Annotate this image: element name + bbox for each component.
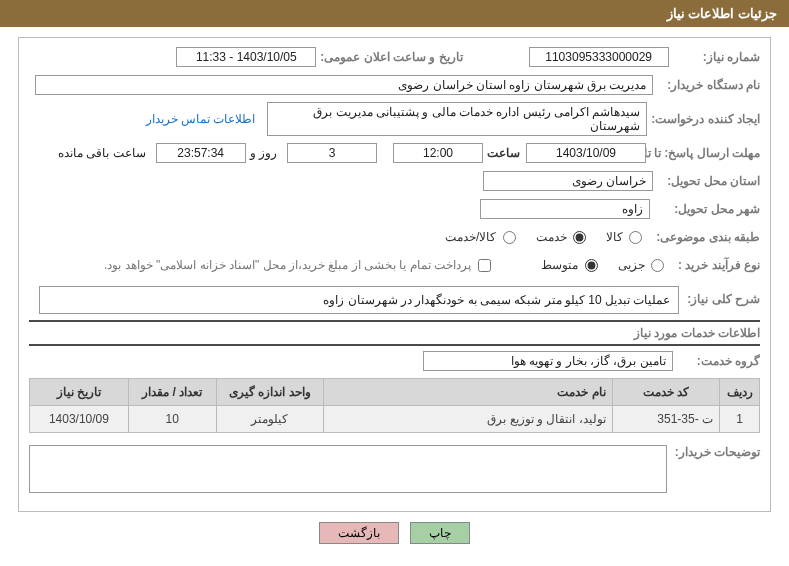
buyer-notes-label: توضیحات خریدار: — [675, 445, 760, 459]
radio-khedmat[interactable]: خدمت — [536, 230, 586, 244]
deliv-city-value: زاوه — [480, 199, 650, 219]
days-and-text: روز و — [250, 146, 277, 160]
td-name: تولید، انتقال و توزیع برق — [323, 406, 612, 433]
td-unit: کیلومتر — [216, 406, 323, 433]
announce-dt-value: 1403/10/05 - 11:33 — [176, 47, 316, 67]
th-unit: واحد اندازه گیری — [216, 379, 323, 406]
payment-note-wrap: پرداخت تمام یا بخشی از مبلغ خرید،از محل … — [104, 258, 491, 272]
row-deadline: مهلت ارسال پاسخ: تا تاریخ: 1403/10/09 سا… — [29, 142, 760, 164]
td-date: 1403/10/09 — [30, 406, 129, 433]
button-row: چاپ بازگشت — [18, 522, 771, 544]
row-requester: ایجاد کننده درخواست: سیدهاشم اکرامی رئیس… — [29, 102, 760, 136]
row-deliv-city: شهر محل تحویل: زاوه — [29, 198, 760, 220]
radio-kala-input[interactable] — [629, 231, 642, 244]
table-row: 1 ت -35-351 تولید، انتقال و توزیع برق کی… — [30, 406, 760, 433]
deliv-city-label: شهر محل تحویل: — [674, 202, 760, 216]
row-deliv-prov: استان محل تحویل: خراسان رضوی — [29, 170, 760, 192]
time-word: ساعت — [487, 146, 520, 160]
radio-jozi-input[interactable] — [651, 259, 664, 272]
row-buyer-org: نام دستگاه خریدار: مدیریت برق شهرستان زا… — [29, 74, 760, 96]
services-section-title: اطلاعات خدمات مورد نیاز — [29, 326, 760, 340]
td-qty: 10 — [128, 406, 216, 433]
back-button[interactable]: بازگشت — [319, 522, 399, 544]
requester-label: ایجاد کننده درخواست: — [651, 112, 760, 126]
radio-jozi[interactable]: جزیی — [618, 258, 664, 272]
desc-text: عملیات تبدیل 10 کیلو متر شبکه سیمی به خو… — [323, 293, 670, 307]
row-need-number: شماره نیاز: 1103095333000029 تاریخ و ساع… — [29, 46, 760, 68]
time-remaining-value: 23:57:34 — [156, 143, 246, 163]
requester-value: سیدهاشم اکرامی رئیس اداره خدمات مالی و پ… — [267, 102, 647, 136]
service-group-label: گروه خدمت: — [697, 354, 760, 368]
days-remaining-value: 3 — [287, 143, 377, 163]
td-row: 1 — [720, 406, 760, 433]
radio-khedmat-input[interactable] — [573, 231, 586, 244]
radio-kalakhedmat[interactable]: کالا/خدمت — [445, 230, 516, 244]
radio-kala[interactable]: کالا — [606, 230, 642, 244]
buyer-contact-link[interactable]: اطلاعات تماس خریدار — [146, 112, 256, 126]
payment-checkbox[interactable] — [478, 259, 491, 272]
divider-1 — [29, 320, 760, 322]
classification-label: طبقه بندی موضوعی: — [656, 230, 760, 244]
th-row: ردیف — [720, 379, 760, 406]
need-no-label: شماره نیاز: — [703, 50, 760, 64]
row-buyer-notes: توضیحات خریدار: — [29, 441, 760, 493]
row-service-group: گروه خدمت: تامین برق، گاز، بخار و تهویه … — [29, 350, 760, 372]
page-title-bar: جزئیات اطلاعات نیاز — [0, 0, 789, 27]
desc-label: شرح کلی نیاز: — [687, 292, 760, 306]
page-title: جزئیات اطلاعات نیاز — [667, 6, 777, 21]
divider-2 — [29, 344, 760, 346]
deadline-label: مهلت ارسال پاسخ: تا تاریخ: — [650, 146, 760, 160]
desc-box: عملیات تبدیل 10 کیلو متر شبکه سیمی به خو… — [39, 286, 679, 314]
service-group-value: تامین برق، گاز، بخار و تهویه هوا — [423, 351, 673, 371]
row-description: شرح کلی نیاز: عملیات تبدیل 10 کیلو متر ش… — [29, 286, 760, 314]
need-no-value: 1103095333000029 — [529, 47, 669, 67]
announce-dt-label: تاریخ و ساعت اعلان عمومی: — [320, 50, 462, 64]
proc-type-label: نوع فرآیند خرید : — [678, 258, 760, 272]
buyer-org-label: نام دستگاه خریدار: — [667, 78, 760, 92]
services-table: ردیف کد خدمت نام خدمت واحد اندازه گیری ت… — [29, 378, 760, 433]
row-proc-type: نوع فرآیند خرید : جزیی متوسط پرداخت تمام… — [29, 254, 760, 276]
th-name: نام خدمت — [323, 379, 612, 406]
deadline-date-value: 1403/10/09 — [526, 143, 646, 163]
th-code: کد خدمت — [612, 379, 720, 406]
deliv-prov-value: خراسان رضوی — [483, 171, 653, 191]
radio-motavaset[interactable]: متوسط — [541, 258, 597, 272]
buyer-notes-box — [29, 445, 667, 493]
buyer-org-value: مدیریت برق شهرستان زاوه استان خراسان رضو… — [35, 75, 653, 95]
remaining-suffix: ساعت باقی مانده — [58, 146, 146, 160]
th-qty: تعداد / مقدار — [128, 379, 216, 406]
row-classification: طبقه بندی موضوعی: کالا خدمت کالا/خدمت — [29, 226, 760, 248]
payment-note-text: پرداخت تمام یا بخشی از مبلغ خرید،از محل … — [104, 258, 471, 272]
radio-kalakhedmat-input[interactable] — [503, 231, 516, 244]
deadline-time-value: 12:00 — [393, 143, 483, 163]
td-code: ت -35-351 — [612, 406, 720, 433]
print-button[interactable]: چاپ — [410, 522, 470, 544]
th-date: تاریخ نیاز — [30, 379, 129, 406]
main-panel: شماره نیاز: 1103095333000029 تاریخ و ساع… — [18, 37, 771, 512]
deliv-prov-label: استان محل تحویل: — [667, 174, 760, 188]
radio-motavaset-input[interactable] — [585, 259, 598, 272]
